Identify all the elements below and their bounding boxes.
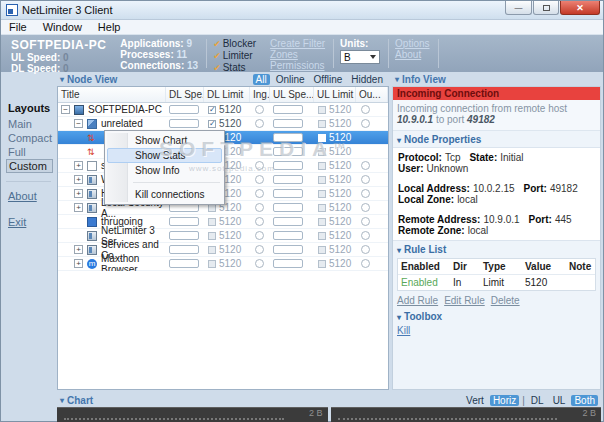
edit-rule-link[interactable]: Edit Rule	[444, 295, 485, 306]
expander-icon[interactable]: +	[74, 259, 83, 268]
ul-limit-checkbox[interactable]	[318, 106, 326, 114]
table-row[interactable]: +mMaxthon Browser51205120	[58, 257, 388, 271]
dl-speed-input[interactable]	[169, 245, 199, 254]
title-bar[interactable]: NetLimiter 3 Client — ✕	[1, 1, 603, 20]
col-dl-limit[interactable]: DL Limit	[204, 87, 250, 102]
ul-speed-input[interactable]	[273, 147, 303, 156]
ul-speed-input[interactable]	[273, 175, 303, 184]
sidebar-item-full[interactable]: Full	[1, 145, 57, 159]
table-row[interactable]: −SOFTPEDIA-PC51205120	[58, 103, 388, 117]
units-select[interactable]: B	[340, 50, 380, 64]
filter-online[interactable]: Online	[273, 74, 308, 85]
ingress-radio[interactable]	[255, 119, 264, 128]
egress-radio[interactable]	[361, 189, 370, 198]
close-button[interactable]: ✕	[560, 1, 600, 15]
kill-link[interactable]: Kill	[397, 325, 410, 336]
sidebar-item-compact[interactable]: Compact	[1, 131, 57, 145]
maximize-button[interactable]	[533, 1, 559, 15]
ul-speed-input[interactable]	[273, 203, 303, 212]
ul-limit-checkbox[interactable]	[318, 148, 326, 156]
filter-all[interactable]: All	[253, 74, 270, 85]
dl-limit-checkbox[interactable]	[208, 218, 216, 226]
ingress-radio[interactable]	[255, 259, 264, 268]
menu-file[interactable]: File	[1, 21, 35, 33]
dl-speed-input[interactable]	[169, 105, 199, 114]
menu-help[interactable]: Help	[90, 21, 129, 33]
egress-radio[interactable]	[361, 231, 370, 240]
ul-limit-checkbox[interactable]	[318, 232, 326, 240]
chart-both-toggle[interactable]: Both	[571, 395, 598, 406]
ul-limit-checkbox[interactable]	[318, 204, 326, 212]
ul-speed-input[interactable]	[273, 119, 303, 128]
ul-limit-checkbox[interactable]	[318, 260, 326, 268]
sidebar-item-main[interactable]: Main	[1, 117, 57, 131]
ingress-radio[interactable]	[255, 175, 264, 184]
table-row[interactable]: −unrelated51205120	[58, 117, 388, 131]
col-egress[interactable]: Ou...	[356, 87, 388, 102]
expander-icon[interactable]: +	[74, 245, 83, 254]
filter-offline[interactable]: Offline	[311, 74, 346, 85]
create-filter-link[interactable]: Create Filter	[270, 38, 325, 49]
dl-limit-checkbox[interactable]	[208, 246, 216, 254]
toolbox-header[interactable]: ▾Toolbox	[393, 308, 600, 324]
ingress-radio[interactable]	[255, 245, 264, 254]
egress-radio[interactable]	[361, 161, 370, 170]
dl-speed-input[interactable]	[169, 259, 199, 268]
expander-icon[interactable]: −	[61, 105, 70, 114]
ul-limit-checkbox[interactable]	[318, 134, 326, 142]
collapse-triangle-icon[interactable]: ▾	[395, 75, 399, 84]
sidebar-item-custom[interactable]: Custom	[6, 159, 53, 173]
egress-radio[interactable]	[361, 203, 370, 212]
menu-item-show-stats[interactable]: Show Stats	[107, 148, 222, 163]
egress-radio[interactable]	[361, 119, 370, 128]
blocker-toggle[interactable]: ✔Blocker	[213, 38, 256, 50]
ingress-radio[interactable]	[255, 217, 264, 226]
ul-speed-input[interactable]	[273, 133, 303, 142]
delete-rule-link[interactable]: Delete	[491, 295, 520, 306]
chart-ul-toggle[interactable]: UL	[550, 395, 569, 406]
col-ul-speed[interactable]: UL Spe...	[270, 87, 314, 102]
menu-window[interactable]: Window	[35, 21, 90, 33]
expander-icon[interactable]: +	[74, 175, 83, 184]
chart-horiz-toggle[interactable]: Horiz	[490, 395, 519, 406]
col-dl-speed[interactable]: DL Spe...	[166, 87, 204, 102]
menu-item-show-info[interactable]: Show Info	[107, 163, 222, 178]
dl-limit-checkbox[interactable]	[208, 260, 216, 268]
ingress-radio[interactable]	[255, 189, 264, 198]
ul-limit-checkbox[interactable]	[318, 246, 326, 254]
expander-icon[interactable]: −	[74, 119, 83, 128]
ul-limit-checkbox[interactable]	[318, 120, 326, 128]
ul-limit-checkbox[interactable]	[318, 162, 326, 170]
chart-dl-toggle[interactable]: DL	[528, 395, 547, 406]
egress-radio[interactable]	[361, 105, 370, 114]
ul-limit-checkbox[interactable]	[318, 218, 326, 226]
col-ul-limit[interactable]: UL Limit	[314, 87, 356, 102]
dl-speed-input[interactable]	[169, 217, 199, 226]
menu-item-show-chart[interactable]: Show Chart	[107, 133, 222, 148]
options-link[interactable]: Options	[395, 38, 429, 49]
col-ingress[interactable]: Ing...	[250, 87, 270, 102]
ingress-radio[interactable]	[255, 203, 264, 212]
dl-limit-checkbox[interactable]	[208, 232, 216, 240]
collapse-triangle-icon[interactable]: ▾	[60, 396, 64, 405]
expander-icon[interactable]: +	[74, 189, 83, 198]
minimize-button[interactable]: —	[505, 1, 532, 15]
dl-speed-input[interactable]	[169, 231, 199, 240]
ul-speed-input[interactable]	[273, 189, 303, 198]
dl-limit-checkbox[interactable]	[208, 120, 216, 128]
zones-link[interactable]: Zones	[270, 49, 325, 60]
egress-radio[interactable]	[361, 245, 370, 254]
egress-radio[interactable]	[361, 175, 370, 184]
ingress-radio[interactable]	[255, 231, 264, 240]
about-link-header[interactable]: About	[395, 49, 429, 60]
egress-radio[interactable]	[361, 259, 370, 268]
filter-hidden[interactable]: Hidden	[348, 74, 386, 85]
limiter-toggle[interactable]: ✔Limiter	[213, 50, 256, 62]
sidebar-about-link[interactable]: About	[8, 190, 57, 202]
ul-speed-input[interactable]	[273, 231, 303, 240]
ul-speed-input[interactable]	[273, 217, 303, 226]
rule-list-header[interactable]: ▾Rule List	[393, 241, 600, 257]
sidebar-exit-link[interactable]: Exit	[8, 216, 57, 228]
ul-speed-input[interactable]	[273, 161, 303, 170]
menu-item-kill-connections[interactable]: Kill connections	[107, 187, 222, 202]
